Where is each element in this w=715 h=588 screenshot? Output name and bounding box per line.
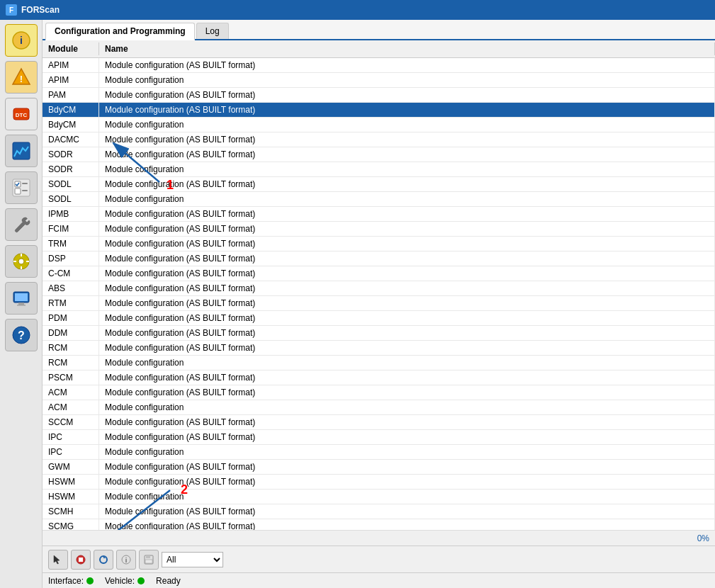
cell-name: Module configuration (AS BUILT format) (99, 281, 715, 295)
table-row[interactable]: ACM Module configuration (43, 400, 715, 415)
table-row[interactable]: GWM Module configuration (AS BUILT forma… (43, 460, 715, 475)
col-module: Module (43, 43, 99, 55)
table-row[interactable]: SODL Module configuration (AS BUILT form… (43, 177, 715, 192)
cell-module: DDM (43, 326, 99, 340)
cell-module: ABS (43, 281, 99, 295)
table-row[interactable]: BdyCM Module configuration (AS BUILT for… (43, 103, 715, 118)
help-button[interactable]: ? (5, 319, 38, 351)
table-header: Module Name (43, 40, 715, 58)
svg-rect-16 (13, 261, 16, 262)
app-icon: F (6, 4, 17, 16)
cell-name: Module configuration (AS BUILT format) (99, 132, 715, 147)
stop-button[interactable] (71, 550, 91, 570)
refresh-button[interactable] (94, 550, 113, 570)
gear-button[interactable] (5, 245, 38, 278)
table-row[interactable]: SODR Module configuration (AS BUILT form… (43, 147, 715, 162)
table-row[interactable]: HSWM Module configuration (43, 490, 715, 504)
cell-name: Module configuration (AS BUILT format) (99, 147, 715, 162)
info-button[interactable]: i (5, 24, 38, 57)
wrench-button[interactable] (5, 208, 38, 241)
table-row[interactable]: IPC Module configuration (43, 445, 715, 460)
svg-point-13 (18, 259, 24, 264)
table-row[interactable]: PSCM Module configuration (AS BUILT form… (43, 371, 715, 385)
svg-rect-32 (79, 558, 83, 562)
svg-rect-14 (21, 254, 22, 256)
table-row[interactable]: PAM Module configuration (AS BUILT forma… (43, 88, 715, 103)
cell-module: TRM (43, 237, 99, 251)
cell-module: SODR (43, 162, 99, 176)
svg-text:?: ? (18, 329, 25, 341)
cell-name: Module configuration (AS BUILT format) (99, 311, 715, 325)
cell-module: SODR (43, 147, 99, 162)
cell-module: ACM (43, 385, 99, 400)
svg-rect-37 (146, 555, 150, 558)
table-row[interactable]: DACMC Module configuration (AS BUILT for… (43, 132, 715, 147)
title-bar: F FORScan (0, 0, 715, 20)
progress-bar-area: 0% (43, 530, 715, 545)
cell-module: SCMH (43, 504, 99, 519)
table-row[interactable]: IPC Module configuration (AS BUILT forma… (43, 430, 715, 445)
save-button[interactable] (139, 550, 159, 570)
table-row[interactable]: SCMG Module configuration (AS BUILT form… (43, 519, 715, 530)
filter-select[interactable]: All Selected Unselected (162, 552, 223, 567)
cell-name: Module configuration (99, 73, 715, 87)
table-row[interactable]: APIM Module configuration (43, 73, 715, 88)
table-row[interactable]: RCM Module configuration (43, 356, 715, 371)
tab-config[interactable]: Configuration and Programming (45, 23, 195, 40)
table-row[interactable]: TRM Module configuration (AS BUILT forma… (43, 237, 715, 251)
cell-module: HSWM (43, 490, 99, 504)
interface-status: Interface: (48, 576, 94, 586)
cell-module: IPMB (43, 207, 99, 221)
cell-name: Module configuration (AS BUILT format) (99, 222, 715, 236)
table-row[interactable]: FCIM Module configuration (AS BUILT form… (43, 222, 715, 237)
cell-module: DSP (43, 251, 99, 266)
table-row[interactable]: PDM Module configuration (AS BUILT forma… (43, 311, 715, 326)
table-row[interactable]: DDM Module configuration (AS BUILT forma… (43, 326, 715, 341)
table-row[interactable]: DSP Module configuration (AS BUILT forma… (43, 251, 715, 266)
table-row[interactable]: ACM Module configuration (AS BUILT forma… (43, 385, 715, 400)
cursor-button[interactable] (48, 550, 68, 570)
cell-name: Module configuration (AS BUILT format) (99, 371, 715, 385)
monitor-button[interactable] (5, 282, 38, 315)
table-row[interactable]: RCM Module configuration (AS BUILT forma… (43, 341, 715, 356)
svg-marker-30 (54, 555, 60, 564)
table-row[interactable]: IPMB Module configuration (AS BUILT form… (43, 207, 715, 222)
main-layout: i ! DTC (0, 20, 715, 588)
table-row[interactable]: SCMH Module configuration (AS BUILT form… (43, 504, 715, 519)
table-row[interactable]: SODR Module configuration (43, 162, 715, 177)
cell-module: RCM (43, 341, 99, 355)
graph-button[interactable] (5, 135, 38, 167)
tab-log[interactable]: Log (196, 23, 229, 39)
table-row[interactable]: BdyCM Module configuration (43, 118, 715, 132)
svg-rect-15 (21, 266, 22, 269)
table-row[interactable]: HSWM Module configuration (AS BUILT form… (43, 475, 715, 490)
status-bar: Interface: Vehicle: Ready (43, 572, 715, 588)
table-row[interactable]: SODL Module configuration (43, 192, 715, 207)
app-title: FORScan (21, 5, 60, 15)
table-row[interactable]: RTM Module configuration (AS BUILT forma… (43, 296, 715, 311)
cell-module: RTM (43, 296, 99, 310)
warning-button[interactable]: ! (5, 61, 38, 94)
table-row[interactable]: SCCM Module configuration (AS BUILT form… (43, 415, 715, 430)
table-row[interactable]: ABS Module configuration (AS BUILT forma… (43, 281, 715, 296)
vehicle-status: Vehicle: (105, 576, 145, 586)
dtc-button[interactable]: DTC (5, 98, 38, 130)
svg-rect-20 (18, 303, 24, 305)
cell-name: Module configuration (99, 356, 715, 370)
cell-module: ACM (43, 400, 99, 414)
table-container: Module Name APIM Module configuration (A… (43, 40, 715, 530)
info-small-button[interactable]: i (116, 550, 136, 570)
cell-module: GWM (43, 460, 99, 474)
cell-module: BdyCM (43, 118, 99, 132)
cell-name: Module configuration (AS BUILT format) (99, 341, 715, 355)
table-row[interactable]: C-CM Module configuration (AS BUILT form… (43, 266, 715, 281)
checklist-button[interactable] (5, 171, 38, 204)
vehicle-dot (137, 577, 145, 584)
cell-name: Module configuration (AS BUILT format) (99, 430, 715, 444)
table-row[interactable]: APIM Module configuration (AS BUILT form… (43, 58, 715, 73)
cell-module: PSCM (43, 371, 99, 385)
cell-module: DACMC (43, 132, 99, 147)
interface-label: Interface: (48, 576, 84, 586)
svg-rect-17 (26, 261, 29, 262)
svg-text:!: ! (19, 74, 22, 84)
